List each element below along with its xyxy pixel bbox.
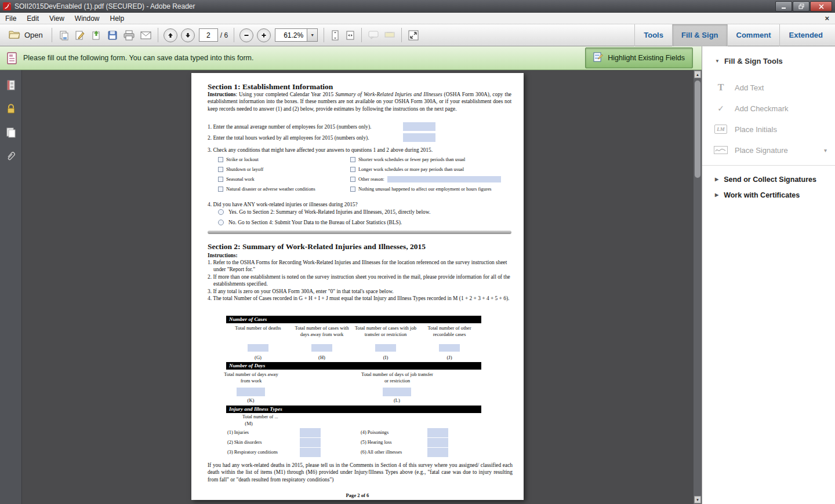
tab-fill-sign[interactable]: Fill & Sign — [672, 24, 727, 46]
column-letter: (M) — [242, 421, 255, 427]
question-2-label: 2. Enter the total hours worked by all e… — [208, 134, 369, 141]
fit-page-button[interactable] — [343, 27, 358, 43]
condition-row: Seasonal work — [218, 174, 346, 184]
add-checkmark-tool[interactable]: ✓ Add Checkmark — [702, 98, 835, 119]
column-header: Total number of days of job transfer or … — [360, 371, 435, 384]
condition-label: Natural disaster or adverse weather cond… — [226, 187, 315, 192]
tab-extended[interactable]: Extended — [779, 24, 832, 46]
place-initials-tool[interactable]: LM Place Initials — [702, 119, 835, 140]
vertical-scrollbar[interactable]: ▲ ▼ — [694, 70, 702, 504]
security-lock-icon[interactable] — [5, 103, 17, 115]
column-header: Total number of deaths — [226, 325, 290, 344]
page-number-input[interactable] — [199, 28, 218, 42]
injuries-field-m1[interactable] — [300, 428, 321, 437]
zoom-out-button[interactable] — [239, 28, 253, 42]
close-button[interactable] — [810, 1, 832, 12]
fullscreen-button[interactable] — [405, 27, 422, 43]
share-upload-button[interactable] — [88, 27, 104, 43]
column-letter: (K) — [237, 397, 265, 404]
scrollbar-thumb[interactable] — [695, 81, 700, 178]
toolbar: Open / 6 61.2% ▼ Tools Fill & Sign Comme… — [0, 24, 835, 46]
email-button[interactable] — [137, 27, 154, 43]
page-count-label: / 6 — [220, 31, 228, 39]
save-button[interactable] — [104, 27, 121, 43]
seasonal-checkbox[interactable] — [218, 177, 223, 182]
menu-window[interactable]: Window — [70, 13, 105, 24]
transfer-cases-field-i[interactable] — [375, 344, 396, 352]
place-signature-tool[interactable]: Place Signature ▾ — [702, 140, 835, 160]
restore-button[interactable] — [793, 1, 809, 12]
cases-column-headers: Total number of deaths Total number of c… — [226, 323, 481, 344]
menu-help[interactable]: Help — [105, 13, 130, 24]
hide-menubar-icon[interactable]: × — [825, 14, 829, 22]
summary-table: Number of Cases Total number of deaths T… — [226, 316, 481, 459]
highlight-existing-fields-button[interactable]: Highlight Existing Fields — [585, 48, 693, 68]
send-or-collect-signatures-section[interactable]: ▶ Send or Collect Signatures — [702, 171, 835, 187]
next-page-button[interactable] — [181, 28, 195, 42]
instruction-item: 2. If more than one establishment is not… — [208, 273, 513, 288]
no-radio[interactable] — [218, 220, 224, 225]
yes-option-row: Yes. Go to Section 2: Summary of Work-Re… — [218, 207, 430, 217]
previous-page-button[interactable] — [164, 28, 177, 42]
pages-icon[interactable] — [5, 127, 17, 138]
shorter-schedules-checkbox[interactable] — [350, 157, 355, 162]
toolbar-separator — [324, 28, 324, 42]
natural-disaster-checkbox[interactable] — [218, 187, 223, 192]
section-label: Work with Certificates — [724, 191, 800, 199]
fill-sign-tools-header[interactable]: ▼ Fill & Sign Tools — [702, 46, 835, 72]
employees-count-field[interactable] — [403, 122, 435, 131]
days-transfer-field-l[interactable] — [383, 388, 411, 396]
scroll-down-icon[interactable]: ▼ — [694, 496, 701, 503]
zoom-level-value[interactable]: 61.2% — [275, 29, 307, 41]
other-cases-field-j[interactable] — [439, 344, 460, 352]
skin-disorders-field-m2[interactable] — [300, 438, 321, 447]
shutdown-checkbox[interactable] — [218, 167, 223, 172]
work-with-certificates-section[interactable]: ▶ Work with Certificates — [702, 187, 835, 203]
column-letter: (G) — [226, 355, 290, 362]
sticky-note-button[interactable] — [365, 27, 382, 43]
respiratory-field-m3[interactable] — [300, 448, 321, 457]
zoom-dropdown-icon[interactable]: ▼ — [307, 29, 317, 41]
sign-document-button[interactable] — [72, 27, 88, 43]
type-label: (6) All other illnesses — [361, 450, 402, 455]
highlight-text-button[interactable] — [382, 27, 398, 43]
longer-schedules-checkbox[interactable] — [350, 167, 355, 172]
no-option-label: No. Go to Section 4: Submit Your Data to… — [228, 219, 402, 226]
nothing-unusual-checkbox[interactable] — [350, 187, 355, 192]
scroll-up-icon[interactable]: ▲ — [694, 71, 701, 78]
save-as-button[interactable] — [56, 27, 72, 43]
toolbar-tabs: Tools Fill & Sign Comment Extended — [634, 24, 832, 46]
poisonings-field-m4[interactable] — [427, 428, 448, 437]
add-text-tool[interactable]: T Add Text — [702, 77, 835, 98]
yes-radio[interactable] — [218, 209, 224, 215]
days-away-field-k[interactable] — [237, 388, 265, 396]
print-button[interactable] — [121, 27, 137, 43]
other-illnesses-field-m6[interactable] — [427, 448, 448, 457]
menu-file[interactable]: File — [0, 13, 21, 24]
open-button[interactable]: Open — [3, 27, 48, 43]
menubar: File Edit View Window Help × — [0, 13, 835, 24]
other-reason-checkbox[interactable] — [350, 177, 355, 182]
zoom-in-button[interactable] — [257, 28, 271, 42]
days-away-cases-field-h[interactable] — [311, 344, 332, 352]
total-hours-field[interactable] — [403, 133, 435, 142]
menu-edit[interactable]: Edit — [21, 13, 44, 24]
page-thumbnails-icon[interactable] — [5, 79, 17, 91]
tab-tools[interactable]: Tools — [634, 24, 672, 46]
menu-view[interactable]: View — [44, 13, 70, 24]
deaths-field-g[interactable] — [248, 344, 268, 352]
condition-row: Nothing unusual happened to affect our e… — [350, 184, 513, 194]
attachments-paperclip-icon[interactable] — [5, 151, 17, 162]
hearing-loss-field-m5[interactable] — [427, 438, 448, 447]
minimize-button[interactable] — [775, 1, 792, 12]
condition-label: Shutdown or layoff — [226, 167, 263, 172]
window-controls — [775, 0, 832, 12]
column-header: Total number of cases with job transfer … — [354, 325, 418, 344]
document-viewport[interactable]: Section 1: Establishment Information Ins… — [22, 70, 702, 504]
strike-checkbox[interactable] — [218, 157, 223, 162]
signature-dropdown-icon[interactable]: ▾ — [824, 147, 827, 154]
scrolling-mode-button[interactable] — [328, 27, 343, 43]
other-reason-field[interactable] — [387, 176, 501, 182]
tab-comment[interactable]: Comment — [727, 24, 780, 46]
type-label: (5) Hearing loss — [361, 440, 391, 445]
